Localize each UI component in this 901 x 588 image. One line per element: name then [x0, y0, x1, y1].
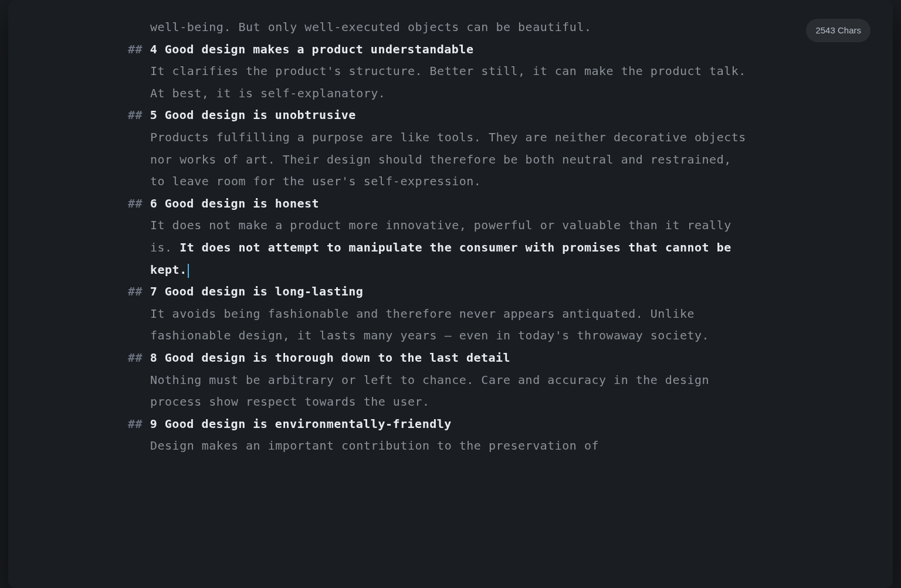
hash-marker: ##	[128, 351, 143, 365]
section-8: ## 8 Good design is thorough down to the…	[150, 347, 752, 413]
body-text: Nothing must be arbitrary or left to cha…	[150, 369, 752, 413]
hash-marker: ##	[128, 42, 143, 56]
editor-content[interactable]: well-being. But only well-executed objec…	[8, 0, 893, 474]
heading-8: ## 8 Good design is thorough down to the…	[150, 347, 752, 369]
section-5: ## 5 Good design is unobtrusive Products…	[150, 104, 752, 192]
heading-title: 7 Good design is long-lasting	[150, 284, 364, 298]
heading-title: 4 Good design makes a product understand…	[150, 42, 474, 56]
editor-window: 2543 Chars well-being. But only well-exe…	[8, 0, 893, 588]
hash-marker: ##	[128, 196, 143, 210]
heading-5: ## 5 Good design is unobtrusive	[150, 104, 752, 127]
body-text: It does not make a product more innovati…	[150, 215, 752, 281]
heading-6: ## 6 Good design is honest	[150, 193, 752, 215]
heading-title: 8 Good design is thorough down to the la…	[150, 351, 511, 365]
section-4: ## 4 Good design makes a product underst…	[150, 39, 752, 105]
body-highlighted: It does not attempt to manipulate the co…	[150, 240, 739, 277]
heading-9: ## 9 Good design is environmentally-frie…	[150, 413, 752, 436]
body-text: Products fulfilling a purpose are like t…	[150, 127, 752, 193]
heading-7: ## 7 Good design is long-lasting	[150, 281, 752, 303]
body-text: It avoids being fashionable and therefor…	[150, 303, 752, 347]
hash-marker: ##	[128, 417, 143, 431]
section-3-partial: well-being. But only well-executed objec…	[150, 16, 752, 39]
section-9: ## 9 Good design is environmentally-frie…	[150, 413, 752, 457]
section-6: ## 6 Good design is honest It does not m…	[150, 193, 752, 281]
body-text: well-being. But only well-executed objec…	[150, 16, 752, 39]
heading-title: 6 Good design is honest	[150, 196, 319, 210]
text-cursor	[188, 264, 189, 278]
hash-marker: ##	[128, 284, 143, 298]
hash-marker: ##	[128, 108, 143, 122]
heading-title: 5 Good design is unobtrusive	[150, 108, 356, 122]
section-7: ## 7 Good design is long-lasting It avoi…	[150, 281, 752, 347]
heading-4: ## 4 Good design makes a product underst…	[150, 39, 752, 61]
heading-title: 9 Good design is environmentally-friendl…	[150, 417, 452, 431]
body-text: Design makes an important contribution t…	[150, 435, 752, 457]
body-text: It clarifies the product's structure. Be…	[150, 60, 752, 104]
